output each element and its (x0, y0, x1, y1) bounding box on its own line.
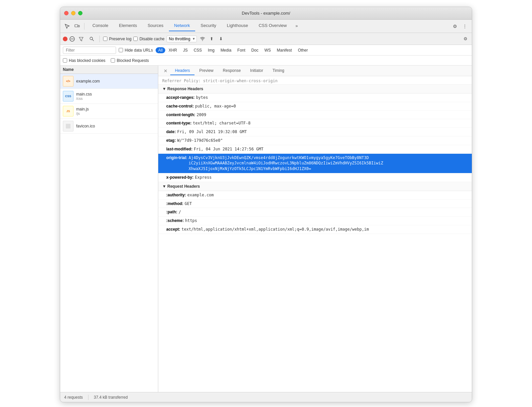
headers-panel: ✕ Headers Preview Response Initiator Tim… (158, 66, 472, 392)
file-list-header: Name (60, 66, 158, 74)
network-toolbar: Preserve log Disable cache No throttling… (60, 33, 472, 45)
has-blocked-cookies-input[interactable] (63, 58, 67, 63)
file-info-main-js: main.js /js (76, 107, 89, 115)
sub-tab-headers[interactable]: Headers (170, 67, 195, 75)
file-item-favicon-ico[interactable]: favicon.ico (60, 119, 158, 134)
header-method: :method: GET (158, 200, 472, 208)
header-accept: accept: text/html,application/xhtml+xml,… (158, 225, 472, 234)
filter-icon[interactable] (77, 35, 85, 43)
main-tabs: Console Elements Sources Network Securit… (87, 21, 301, 31)
request-headers-section[interactable]: ▼ Request Headers (158, 182, 472, 191)
svg-rect-0 (75, 25, 78, 27)
transfer-size: 37.4 kB transferred (94, 395, 128, 400)
file-icon-html: </> (63, 76, 73, 87)
blocked-requests-checkbox[interactable]: Blocked Requests (111, 58, 149, 63)
filter-type-buttons: All XHR JS CSS Img Media Font Doc WS Man… (156, 47, 311, 53)
svg-rect-7 (66, 124, 70, 128)
minimize-button[interactable] (71, 11, 75, 15)
file-item-main-js[interactable]: JS main.js /js (60, 104, 158, 119)
header-content-length: content-length: 2009 (158, 111, 472, 119)
sub-tab-close-icon[interactable]: ✕ (161, 67, 170, 75)
download-icon[interactable]: ⬇ (217, 35, 225, 43)
upload-icon[interactable]: ⬆ (208, 35, 215, 43)
tab-css-overview[interactable]: CSS Overview (253, 21, 292, 31)
file-item-example-com[interactable]: </> example.com (60, 74, 158, 89)
filter-manifest-btn[interactable]: Manifest (274, 47, 295, 53)
disable-cache-checkbox[interactable]: Disable cache (133, 37, 164, 41)
header-path: :path: / (158, 208, 472, 217)
sub-tab-preview[interactable]: Preview (195, 67, 218, 75)
file-info-main-css: main.css /css (76, 92, 92, 101)
hide-data-urls-input[interactable] (119, 48, 123, 52)
filter-media-btn[interactable]: Media (218, 47, 234, 53)
tab-sources[interactable]: Sources (142, 21, 169, 31)
blocked-requests-input[interactable] (111, 58, 115, 63)
header-accept-ranges: accept-ranges: bytes (158, 94, 472, 102)
filter-font-btn[interactable]: Font (235, 47, 248, 53)
filter-xhr-btn[interactable]: XHR (166, 47, 180, 53)
close-button[interactable] (64, 11, 68, 15)
status-bar: 4 requests 37.4 kB transferred (60, 392, 472, 402)
header-origin-trial[interactable]: origin-trial: Aj4DysCv3VjknU3jJvkDEwnQZK… (158, 154, 472, 173)
tab-network[interactable]: Network (169, 21, 196, 31)
search-icon[interactable] (87, 35, 96, 43)
filter-img-btn[interactable]: Img (205, 47, 217, 53)
disable-cache-input[interactable] (133, 37, 138, 41)
file-list: Name </> example.com CSS main.css /css (60, 66, 158, 392)
filter-doc-btn[interactable]: Doc (249, 47, 261, 53)
preserve-log-input[interactable] (103, 37, 107, 41)
svg-point-5 (90, 37, 93, 40)
device-toggle-icon[interactable] (73, 22, 81, 31)
header-last-modified: last-modified: Fri, 04 Jun 2021 14:27:56… (158, 145, 472, 154)
main-content: Name </> example.com CSS main.css /css (60, 66, 472, 392)
toolbar-right: ⚙ ⋮ (451, 22, 469, 31)
maximize-button[interactable] (78, 11, 82, 15)
sub-tab-timing[interactable]: Timing (268, 67, 289, 75)
filter-input[interactable] (63, 47, 116, 54)
response-headers-section[interactable]: ▼ Response Headers (158, 85, 472, 94)
headers-content: Referrer Policy: strict-origin-when-cros… (158, 76, 472, 235)
more-options-icon[interactable]: ⋮ (461, 22, 469, 31)
sub-tab-initiator[interactable]: Initiator (245, 67, 268, 75)
network-settings-icon[interactable]: ⚙ (462, 35, 469, 43)
settings-icon[interactable]: ⚙ (451, 22, 459, 31)
filter-css-btn[interactable]: CSS (191, 47, 204, 53)
throttle-selector[interactable]: No throttling ▼ (167, 36, 197, 42)
traffic-lights (64, 11, 82, 15)
record-button[interactable] (63, 37, 67, 41)
wifi-icon[interactable] (199, 35, 206, 43)
clear-button[interactable] (69, 36, 75, 42)
svg-line-6 (92, 39, 94, 41)
tab-console[interactable]: Console (87, 21, 114, 31)
file-icon-ico (63, 121, 73, 131)
toolbar-separator-1 (84, 23, 84, 30)
header-cache-control: cache-control: public, max-age=0 (158, 102, 472, 111)
filter-bar: Hide data URLs All XHR JS CSS Img Media … (60, 45, 472, 56)
header-x-powered-by: x-powered-by: Express (158, 173, 472, 182)
filter-row2: Has blocked cookies Blocked Requests (60, 56, 472, 66)
network-toolbar-sep (99, 36, 100, 42)
tab-elements[interactable]: Elements (114, 21, 142, 31)
file-info-favicon: favicon.ico (76, 124, 95, 128)
filter-js-btn[interactable]: JS (180, 47, 190, 53)
file-item-main-css[interactable]: CSS main.css /css (60, 89, 158, 104)
inspect-element-icon[interactable] (63, 22, 71, 31)
tab-overflow-icon[interactable]: » (292, 21, 301, 31)
filter-ws-btn[interactable]: WS (262, 47, 273, 53)
main-toolbar: Console Elements Sources Network Securit… (60, 20, 472, 33)
preserve-log-checkbox[interactable]: Preserve log (103, 37, 131, 41)
has-blocked-cookies-checkbox[interactable]: Has blocked cookies (63, 58, 105, 63)
status-divider (88, 395, 88, 400)
tab-security[interactable]: Security (195, 21, 221, 31)
throttle-select-input[interactable]: No throttling (167, 36, 197, 42)
sub-tab-response[interactable]: Response (218, 67, 245, 75)
titlebar: DevTools - example.com/ (60, 7, 472, 20)
window-title: DevTools - example.com/ (242, 11, 290, 16)
header-date: date: Fri, 09 Jul 2021 19:32:08 GMT (158, 128, 472, 136)
tab-lighthouse[interactable]: Lighthouse (221, 21, 253, 31)
header-authority: :authority: example.com (158, 191, 472, 200)
hide-data-urls-checkbox[interactable]: Hide data URLs (119, 48, 153, 53)
sub-tabbar: ✕ Headers Preview Response Initiator Tim… (158, 66, 472, 76)
filter-all-btn[interactable]: All (156, 47, 165, 53)
filter-other-btn[interactable]: Other (295, 47, 311, 53)
